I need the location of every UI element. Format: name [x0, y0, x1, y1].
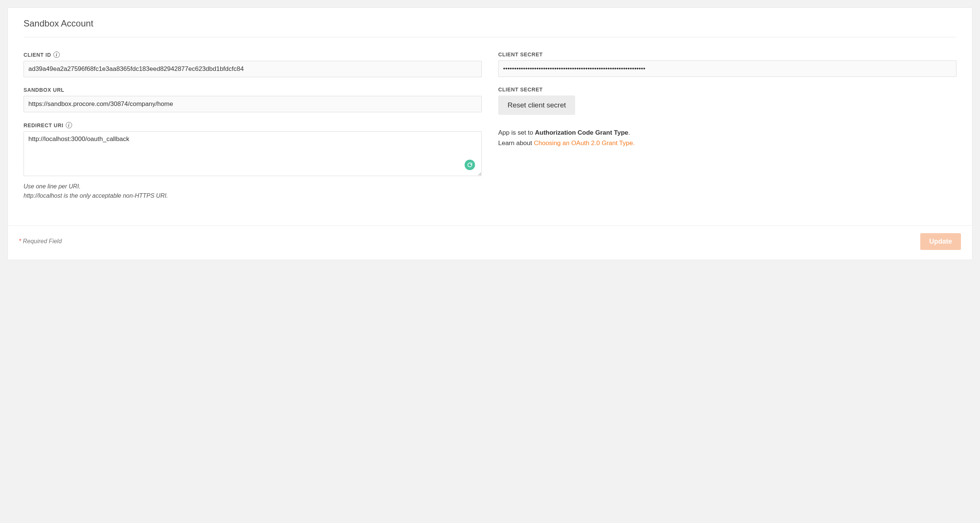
client-secret-field: CLIENT SECRET [498, 51, 956, 77]
client-id-input[interactable] [24, 61, 482, 77]
asterisk-icon: * [19, 238, 21, 244]
sandbox-url-label: SANDBOX URL [24, 87, 64, 93]
client-secret-label: CLIENT SECRET [498, 51, 542, 57]
grant-type-bold: Authorization Code Grant Type [535, 129, 628, 136]
grant-type-info: App is set to Authorization Code Grant T… [498, 128, 956, 149]
client-secret-input[interactable] [498, 60, 956, 77]
card-footer: *Required Field Update [8, 225, 972, 260]
client-id-field: CLIENT ID i [24, 51, 482, 77]
card-title: Sandbox Account [24, 18, 956, 29]
required-field-text: Required Field [23, 238, 62, 244]
grammarly-icon [465, 160, 475, 170]
hint-line-2: http://localhost is the only acceptable … [24, 191, 482, 201]
info-icon[interactable]: i [66, 122, 72, 128]
redirect-uri-textarea[interactable] [24, 131, 482, 176]
right-column: CLIENT SECRET CLIENT SECRET Reset client… [498, 51, 956, 211]
info-icon[interactable]: i [53, 51, 60, 58]
reset-client-secret-field: CLIENT SECRET Reset client secret [498, 87, 956, 115]
grant-type-prefix: App is set to [498, 129, 535, 136]
redirect-uri-field: REDIRECT URI i [24, 122, 482, 201]
oauth-grant-type-link[interactable]: Choosing an OAuth 2.0 Grant Type. [534, 139, 635, 147]
reset-client-secret-button[interactable]: Reset client secret [498, 95, 575, 115]
sandbox-url-input[interactable] [24, 96, 482, 112]
client-id-label: CLIENT ID [24, 52, 51, 58]
sandbox-url-field: SANDBOX URL [24, 87, 482, 112]
required-field-note: *Required Field [19, 238, 62, 245]
grant-type-suffix: . [628, 129, 630, 136]
hint-line-1: Use one line per URI. [24, 182, 482, 191]
update-button[interactable]: Update [920, 233, 961, 250]
redirect-uri-hint: Use one line per URI. http://localhost i… [24, 182, 482, 201]
reset-client-secret-label: CLIENT SECRET [498, 87, 542, 92]
learn-about-prefix: Learn about [498, 139, 534, 147]
sandbox-account-card: Sandbox Account CLIENT ID i SANDBOX UR [8, 8, 972, 260]
divider [24, 37, 956, 37]
left-column: CLIENT ID i SANDBOX URL REDIRECT U [24, 51, 482, 211]
redirect-uri-label: REDIRECT URI [24, 122, 64, 128]
